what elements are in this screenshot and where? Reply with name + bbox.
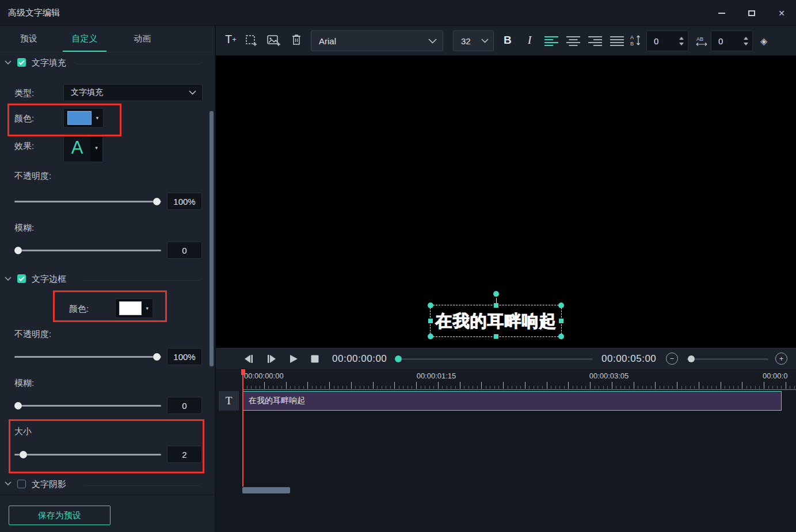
fill-opacity-slider-thumb[interactable] bbox=[153, 198, 161, 205]
fill-opacity-value[interactable]: 100% bbox=[167, 193, 202, 210]
ruler-tick bbox=[329, 382, 330, 389]
italic-button[interactable]: I bbox=[528, 34, 531, 47]
playhead-marker[interactable] bbox=[241, 369, 245, 375]
stop-button[interactable] bbox=[311, 355, 319, 363]
align-justify-button[interactable] bbox=[610, 36, 625, 46]
chevron-down-icon[interactable] bbox=[5, 277, 12, 281]
align-center-button[interactable] bbox=[566, 36, 581, 46]
add-textbox-button[interactable] bbox=[245, 34, 258, 48]
border-opacity-value[interactable]: 100% bbox=[167, 348, 202, 365]
left-settings-panel: 预设 自定义 动画 文字填充 类型: 文字填充 颜色: ▾ 效果: A ▾ 不透… bbox=[0, 26, 216, 532]
resize-handle-top[interactable] bbox=[494, 303, 498, 308]
delete-button[interactable] bbox=[291, 33, 302, 46]
border-color-chip bbox=[119, 301, 142, 315]
letter-spacing-input[interactable]: 0 bbox=[711, 30, 753, 51]
text-selection-box[interactable]: 在我的耳畔响起 bbox=[430, 305, 562, 337]
fill-blur-value[interactable]: 0 bbox=[167, 242, 202, 259]
rotation-handle[interactable] bbox=[493, 291, 499, 297]
add-text-button[interactable]: T+ bbox=[225, 33, 237, 46]
next-frame-button[interactable] bbox=[266, 354, 277, 363]
chevron-down-icon bbox=[481, 39, 489, 43]
chevron-down-icon[interactable] bbox=[5, 60, 12, 65]
close-button[interactable]: ✕ bbox=[774, 6, 789, 21]
fill-color-swatch-button[interactable]: ▾ bbox=[63, 108, 104, 128]
line-spacing-input[interactable]: 0 bbox=[646, 30, 688, 51]
fill-effect-button[interactable]: A ▾ bbox=[63, 133, 103, 162]
text-shadow-checkbox[interactable] bbox=[17, 480, 26, 488]
play-button[interactable] bbox=[290, 354, 298, 363]
spinner-up-icon[interactable] bbox=[744, 37, 748, 40]
playback-bar: 00:00:00:00 00:00:05:00 − + bbox=[216, 348, 796, 369]
border-opacity-slider[interactable] bbox=[14, 356, 161, 358]
diamond-keyframe-button[interactable]: ◈ bbox=[760, 36, 767, 47]
tab-customize[interactable]: 自定义 bbox=[60, 26, 109, 52]
timeline-horizontal-scrollbar[interactable] bbox=[242, 487, 290, 493]
border-size-value[interactable]: 2 bbox=[167, 446, 202, 463]
border-opacity-slider-thumb[interactable] bbox=[153, 353, 161, 361]
ruler-tick bbox=[451, 386, 451, 389]
seek-thumb[interactable] bbox=[395, 355, 402, 362]
align-right-button[interactable] bbox=[588, 36, 603, 46]
line-spacing-value: 0 bbox=[647, 36, 679, 46]
window-title: 高级文字编辑 bbox=[8, 7, 60, 18]
text-toolbar: T+ Arial 32 B I AB 0 AB 0 ◈ bbox=[216, 26, 796, 56]
timeline-zoom-thumb[interactable] bbox=[688, 355, 695, 362]
border-color-swatch-button[interactable]: ▾ bbox=[115, 298, 153, 318]
preview-overlay-text[interactable]: 在我的耳畔响起 bbox=[431, 305, 561, 338]
ruler-tick bbox=[429, 386, 430, 389]
fill-opacity-slider[interactable] bbox=[14, 201, 161, 202]
fill-blur-slider-thumb[interactable] bbox=[14, 247, 22, 254]
seek-bar[interactable] bbox=[394, 358, 593, 360]
ruler-tick bbox=[768, 386, 769, 389]
ruler-tick bbox=[307, 382, 308, 389]
playhead-line bbox=[242, 375, 243, 487]
timeline-zoom-in-button[interactable]: + bbox=[775, 353, 787, 365]
border-blur-slider-thumb[interactable] bbox=[14, 402, 22, 409]
text-clip[interactable]: 在我的耳畔响起 bbox=[242, 391, 782, 411]
chevron-down-icon[interactable] bbox=[5, 481, 12, 486]
resize-handle-right[interactable] bbox=[559, 319, 563, 323]
font-size-select[interactable]: 32 bbox=[453, 30, 494, 51]
fill-type-dropdown[interactable]: 文字填充 bbox=[63, 84, 203, 101]
resize-handle-left[interactable] bbox=[428, 319, 433, 323]
border-blur-value[interactable]: 0 bbox=[167, 397, 202, 414]
timeline-zoom-out-button[interactable]: − bbox=[666, 353, 678, 365]
save-as-preset-button[interactable]: 保存为预设 bbox=[9, 506, 111, 525]
ruler-tick bbox=[299, 386, 299, 389]
panel-scrollbar[interactable] bbox=[210, 111, 214, 366]
plus-icon: + bbox=[232, 35, 237, 44]
ruler-tick bbox=[742, 382, 742, 389]
timeline[interactable]: 00:00:00:00 00:00:01:15 00:00:03:05 00:0… bbox=[216, 369, 796, 532]
previous-frame-button[interactable] bbox=[243, 354, 254, 363]
border-color-label: 颜色: bbox=[69, 304, 89, 315]
bold-button[interactable]: B bbox=[504, 34, 512, 47]
tab-presets[interactable]: 预设 bbox=[10, 26, 47, 52]
border-size-slider-thumb[interactable] bbox=[20, 451, 27, 458]
resize-handle-bottom[interactable] bbox=[494, 334, 498, 339]
spinner-down-icon[interactable] bbox=[744, 43, 748, 45]
border-size-slider[interactable] bbox=[14, 454, 161, 456]
maximize-button[interactable] bbox=[744, 6, 759, 21]
video-preview[interactable]: 在我的耳畔响起 bbox=[216, 56, 796, 348]
close-icon: ✕ bbox=[778, 9, 785, 18]
ruler-tick bbox=[638, 386, 638, 389]
align-left-button[interactable] bbox=[544, 36, 559, 46]
tab-animation[interactable]: 动画 bbox=[123, 26, 162, 52]
resize-handle-top-right[interactable] bbox=[558, 303, 564, 308]
timeline-zoom-slider[interactable] bbox=[687, 358, 768, 360]
spinner-up-icon[interactable] bbox=[679, 37, 684, 40]
minimize-button[interactable] bbox=[714, 6, 729, 21]
resize-handle-top-left[interactable] bbox=[428, 303, 433, 308]
fill-blur-slider[interactable] bbox=[14, 250, 161, 251]
resize-handle-bottom-right[interactable] bbox=[558, 334, 564, 339]
border-blur-slider[interactable] bbox=[14, 405, 161, 407]
add-image-button[interactable] bbox=[266, 34, 281, 48]
ruler-tick bbox=[711, 386, 712, 389]
spinner-down-icon[interactable] bbox=[679, 43, 684, 45]
resize-handle-bottom-left[interactable] bbox=[428, 334, 433, 339]
ruler-tick bbox=[447, 386, 447, 389]
text-fill-checkbox[interactable] bbox=[17, 58, 26, 67]
font-family-select[interactable]: Arial bbox=[311, 30, 443, 51]
text-border-checkbox[interactable] bbox=[17, 274, 26, 283]
ruler-tick bbox=[486, 386, 486, 389]
